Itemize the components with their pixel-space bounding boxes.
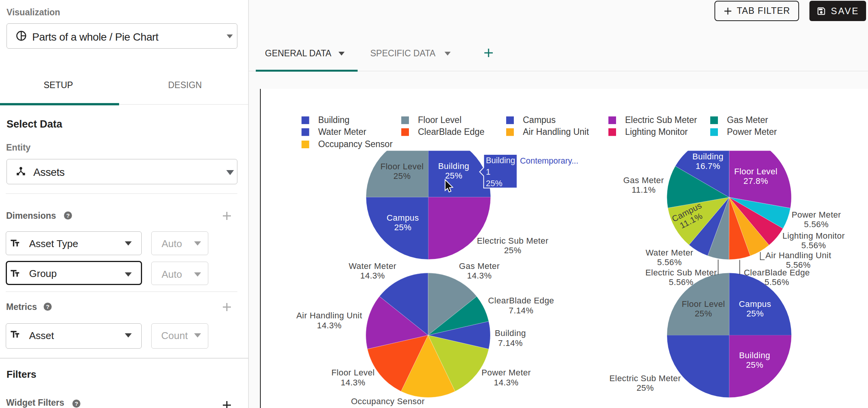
svg-text:25%: 25%: [695, 309, 712, 318]
svg-text:16.7%: 16.7%: [696, 161, 720, 171]
svg-text:Electric Sub Meter: Electric Sub Meter: [625, 115, 697, 125]
svg-text:5.56%: 5.56%: [657, 257, 682, 267]
svg-text:27.8%: 27.8%: [744, 176, 768, 186]
svg-text:5.56%: 5.56%: [765, 277, 789, 287]
svg-text:25%: 25%: [504, 246, 521, 255]
svg-text:5.56%: 5.56%: [804, 220, 829, 229]
svg-text:25%: 25%: [746, 309, 763, 318]
svg-text:7.14%: 7.14%: [509, 306, 533, 315]
svg-text:25%: 25%: [393, 171, 410, 181]
svg-text:25%: 25%: [636, 383, 654, 393]
svg-text:Building: Building: [486, 156, 515, 165]
svg-text:Electric Sub Meter: Electric Sub Meter: [646, 268, 717, 277]
svg-text:Floor Level: Floor Level: [331, 368, 374, 377]
svg-text:25%: 25%: [394, 223, 411, 232]
svg-text:Water Meter: Water Meter: [318, 127, 366, 137]
svg-text:Power Meter: Power Meter: [727, 127, 777, 137]
svg-text:14.3%: 14.3%: [467, 271, 492, 280]
svg-text:ClearBlade Edge: ClearBlade Edge: [488, 296, 554, 305]
svg-text:25%: 25%: [445, 171, 462, 180]
svg-text:Electric Sub Meter: Electric Sub Meter: [610, 374, 681, 383]
svg-text:Gas Meter: Gas Meter: [459, 261, 500, 271]
svg-text:1: 1: [486, 167, 490, 177]
svg-text:Gas Meter: Gas Meter: [727, 115, 768, 125]
svg-text:ClearBlade Edge: ClearBlade Edge: [418, 127, 485, 137]
svg-text:Floor Level: Floor Level: [380, 162, 423, 171]
svg-text:Campus: Campus: [387, 213, 419, 223]
svg-text:5.56%: 5.56%: [669, 277, 693, 287]
svg-text:Power Meter: Power Meter: [791, 210, 841, 220]
svg-text:Floor Level: Floor Level: [734, 167, 777, 176]
svg-text:Campus: Campus: [523, 115, 556, 125]
svg-text:Contemporary...: Contemporary...: [520, 156, 579, 165]
svg-text:Campus: Campus: [739, 299, 771, 309]
svg-text:5.56%: 5.56%: [801, 241, 826, 250]
svg-text:Building: Building: [495, 328, 526, 338]
svg-text:Floor Level: Floor Level: [682, 299, 725, 309]
svg-text:7.14%: 7.14%: [498, 338, 523, 348]
svg-text:14.3%: 14.3%: [494, 378, 518, 387]
svg-text:Electric Sub Meter: Electric Sub Meter: [477, 236, 549, 246]
svg-text:Building: Building: [692, 152, 723, 161]
svg-text:14.3%: 14.3%: [341, 378, 365, 387]
svg-text:Floor Level: Floor Level: [418, 115, 462, 125]
svg-text:Lighting Monitor: Lighting Monitor: [625, 127, 688, 137]
svg-text:Power Meter: Power Meter: [481, 368, 531, 377]
svg-text:11.1%: 11.1%: [632, 185, 656, 195]
svg-text:25%: 25%: [486, 179, 502, 188]
svg-text:Air Handling Unit: Air Handling Unit: [765, 251, 831, 260]
svg-text:14.3%: 14.3%: [317, 321, 342, 330]
svg-text:Water Meter: Water Meter: [646, 248, 693, 257]
svg-text:Water Meter: Water Meter: [349, 261, 397, 271]
svg-text:ClearBlade Edge: ClearBlade Edge: [744, 268, 810, 277]
svg-text:Air Handling Unit: Air Handling Unit: [296, 311, 362, 320]
svg-text:Building: Building: [318, 115, 350, 125]
svg-text:25%: 25%: [746, 360, 763, 370]
svg-text:Building: Building: [739, 351, 770, 360]
svg-text:Building: Building: [438, 161, 469, 171]
svg-text:Gas Meter: Gas Meter: [623, 175, 664, 185]
svg-text:Occupancy Sensor: Occupancy Sensor: [351, 397, 425, 406]
svg-text:Occupancy Sensor: Occupancy Sensor: [318, 139, 393, 149]
svg-text:Lighting Monitor: Lighting Monitor: [783, 231, 845, 241]
svg-text:14.3%: 14.3%: [360, 271, 385, 280]
svg-text:Air Handling Unit: Air Handling Unit: [523, 127, 589, 137]
